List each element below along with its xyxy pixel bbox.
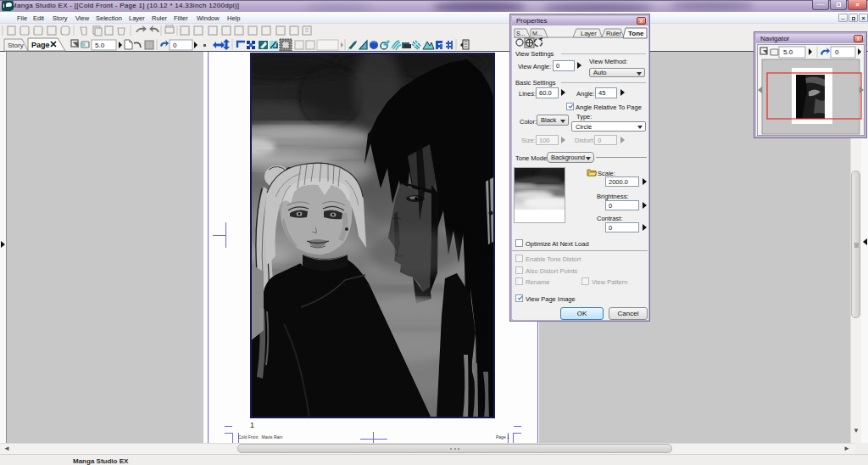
svg-text:Ruler: Ruler xyxy=(606,30,621,37)
svg-text:S...: S... xyxy=(516,31,526,36)
svg-text:Story: Story xyxy=(8,42,24,49)
svg-text:Tone: Tone xyxy=(628,30,644,37)
svg-text:0: 0 xyxy=(835,48,839,56)
svg-text:Layer: Layer xyxy=(581,30,597,37)
svg-text:0: 0 xyxy=(173,42,177,49)
svg-text:Page: Page xyxy=(31,41,50,49)
svg-text:M...: M... xyxy=(532,31,542,36)
svg-text:5.0: 5.0 xyxy=(95,42,105,49)
svg-text:5.0: 5.0 xyxy=(783,48,793,56)
